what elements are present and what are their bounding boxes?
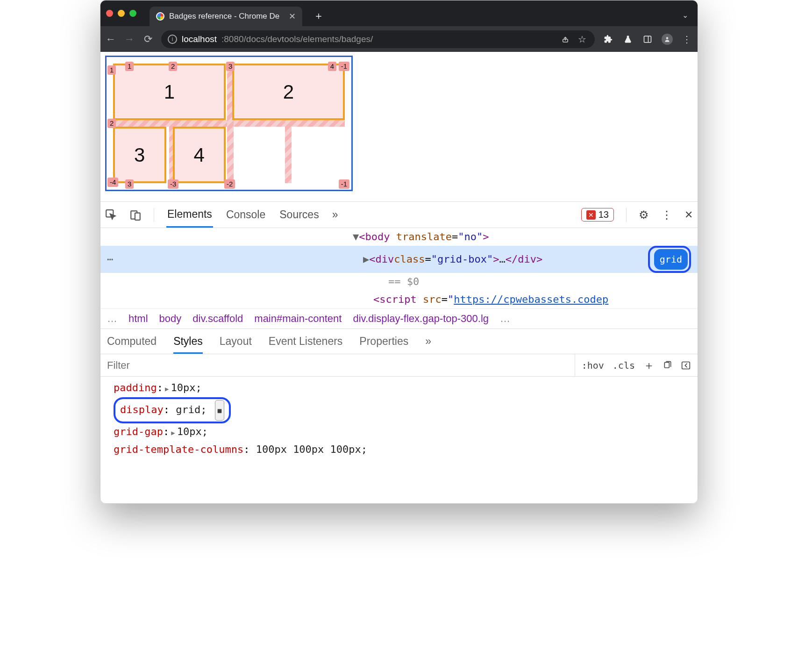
grid-overlay-box: 1 2 3 4 1 1 2 3 4 -1 2 -4 3 -3 -2 -1 <box>105 56 353 191</box>
grid-cell: 1 <box>113 64 226 120</box>
window-traffic-lights <box>106 10 136 17</box>
css-prop-value: grid; <box>176 404 207 415</box>
css-prop-value: 10px; <box>177 426 208 437</box>
subtab-event-listeners[interactable]: Event Listeners <box>269 335 343 348</box>
cls-toggle[interactable]: .cls <box>613 360 635 371</box>
tab-title: Badges reference - Chrome De <box>169 12 279 21</box>
dom-node-selected[interactable]: ⋯ ▶<div class="grid-box">…</div> grid <box>100 246 698 273</box>
inspect-element-icon[interactable] <box>105 209 117 221</box>
bookmark-star-icon[interactable]: ☆ <box>576 34 588 45</box>
site-info-icon[interactable]: i <box>168 35 177 44</box>
tabs-overflow-icon[interactable]: » <box>332 208 338 221</box>
breadcrumb-item[interactable]: div.display-flex.gap-top-300.lg <box>353 313 489 325</box>
dom-eq0-marker: == $0 <box>100 273 698 291</box>
window-close-button[interactable] <box>106 10 113 17</box>
computed-panel-toggle-icon[interactable] <box>681 361 691 370</box>
css-prop-name: display <box>120 404 164 415</box>
dom-breadcrumb[interactable]: … html body div.scaffold main#main-conte… <box>100 308 698 329</box>
error-icon: ✕ <box>586 210 596 220</box>
dom-script-src-link[interactable]: https://cpwebassets.codep <box>454 293 608 305</box>
grid-cell: 2 <box>232 64 345 120</box>
nav-back-button[interactable]: ← <box>105 34 116 45</box>
display-grid-highlight: display: grid; ▦ <box>114 397 231 423</box>
grid-cell-label: 4 <box>194 144 205 166</box>
dom-tree[interactable]: ▼<body translate="no"> ⋯ ▶<div class="gr… <box>100 228 698 308</box>
grid-line-label: 3 <box>125 179 134 189</box>
dom-row-actions-icon[interactable]: ⋯ <box>107 250 114 268</box>
breadcrumb-item[interactable]: div.scaffold <box>192 313 243 325</box>
breadcrumb-item[interactable]: html <box>128 313 148 325</box>
grid-line-label: 2 <box>107 119 116 128</box>
copy-styles-icon[interactable] <box>663 361 672 370</box>
extensions-icon[interactable] <box>602 35 614 44</box>
grid-badge[interactable]: grid <box>654 249 688 270</box>
tab-elements[interactable]: Elements <box>166 202 213 228</box>
grid-line-label: 3 <box>226 62 235 71</box>
tab-console[interactable]: Console <box>225 203 266 227</box>
grid-editor-icon[interactable]: ▦ <box>215 400 224 421</box>
nav-forward-button[interactable]: → <box>124 34 135 45</box>
subtab-layout[interactable]: Layout <box>220 335 252 348</box>
grid-line-label: -1 <box>339 179 349 189</box>
css-declaration[interactable]: padding:▶10px; <box>114 379 692 397</box>
css-declaration[interactable]: grid-template-columns: 100px 100px 100px… <box>114 441 692 458</box>
dom-node-body[interactable]: ▼<body translate="no"> <box>100 228 698 246</box>
subtab-computed[interactable]: Computed <box>107 335 157 348</box>
svg-rect-6 <box>135 213 140 220</box>
window-minimize-button[interactable] <box>118 10 125 17</box>
chrome-menu-icon[interactable]: ⋮ <box>681 34 693 45</box>
grid-line-label: -1 <box>339 62 349 71</box>
breadcrumb-overflow-left[interactable]: … <box>107 313 117 325</box>
svg-rect-8 <box>682 362 690 369</box>
tab-close-icon[interactable]: ✕ <box>289 11 296 21</box>
breadcrumb-item[interactable]: main#main-content <box>254 313 342 325</box>
new-tab-button[interactable]: ＋ <box>314 9 324 23</box>
settings-gear-icon[interactable]: ⚙ <box>639 208 649 222</box>
subtab-styles[interactable]: Styles <box>173 335 203 354</box>
device-toolbar-icon[interactable] <box>129 209 142 221</box>
subtab-properties[interactable]: Properties <box>359 335 408 348</box>
url-host: localhost <box>182 34 217 44</box>
svg-rect-7 <box>664 362 669 368</box>
hov-toggle[interactable]: :hov <box>582 360 604 371</box>
new-style-rule-icon[interactable]: ＋ <box>643 358 655 373</box>
labs-icon[interactable] <box>622 35 634 44</box>
svg-point-3 <box>666 37 669 39</box>
grid-cell: 4 <box>173 127 226 183</box>
chrome-favicon-icon <box>156 12 164 21</box>
grid-line-label: 2 <box>169 62 177 71</box>
svg-rect-1 <box>644 36 651 43</box>
share-icon[interactable] <box>559 35 571 43</box>
css-declaration[interactable]: grid-gap:▶10px; <box>114 423 692 441</box>
grid-cell-label: 3 <box>134 144 145 166</box>
grid-badge-highlight: grid <box>648 246 691 273</box>
devtools-panel: Elements Console Sources » ✕ 13 ⚙ ⋮ ✕ ▼<… <box>100 201 698 467</box>
omnibox[interactable]: i localhost:8080/docs/devtools/elements/… <box>161 30 595 48</box>
tabs-menu-icon[interactable]: ⌄ <box>682 11 688 20</box>
profile-avatar-icon[interactable] <box>661 34 673 45</box>
nav-reload-button[interactable]: ⟳ <box>142 34 154 45</box>
dom-node-script[interactable]: <script src="https://cpwebassets.codep <box>100 291 698 308</box>
styles-filter-input[interactable] <box>100 359 575 372</box>
css-prop-name: grid-template-columns <box>114 443 243 455</box>
window-zoom-button[interactable] <box>129 10 136 17</box>
breadcrumb-item[interactable]: body <box>159 313 182 325</box>
devtools-close-icon[interactable]: ✕ <box>684 209 693 221</box>
css-declaration-highlighted[interactable]: display: grid; ▦ <box>114 397 692 423</box>
styles-subtabs: Computed Styles Layout Event Listeners P… <box>100 329 698 354</box>
browser-toolbar: ← → ⟳ i localhost:8080/docs/devtools/ele… <box>100 26 698 52</box>
breadcrumb-overflow-right[interactable]: … <box>500 313 510 325</box>
devtools-menu-icon[interactable]: ⋮ <box>661 208 672 222</box>
tab-sources[interactable]: Sources <box>278 203 320 227</box>
subtabs-overflow-icon[interactable]: » <box>425 335 431 348</box>
css-prop-value: 100px 100px 100px; <box>256 443 367 455</box>
error-count-badge[interactable]: ✕ 13 <box>581 208 614 222</box>
css-rules-pane[interactable]: padding:▶10px; display: grid; ▦ grid-gap… <box>100 377 698 467</box>
css-prop-value: 10px; <box>171 382 201 393</box>
error-count: 13 <box>598 209 609 220</box>
side-panel-icon[interactable] <box>641 35 654 43</box>
dom-collapsed-ellipsis: … <box>499 250 505 268</box>
grid-cell-label: 2 <box>283 81 294 103</box>
browser-tab[interactable]: Badges reference - Chrome De ✕ <box>150 7 302 26</box>
page-viewport: 1 2 3 4 1 1 2 3 4 -1 2 -4 3 -3 -2 -1 <box>100 52 698 201</box>
